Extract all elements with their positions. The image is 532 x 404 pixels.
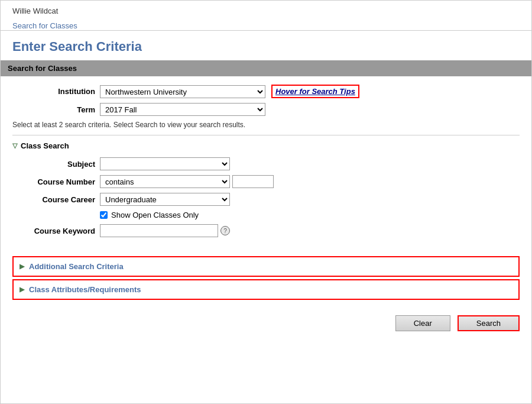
class-search-label: Class Search <box>21 141 69 150</box>
institution-label: Institution <box>12 87 95 96</box>
page-title: Enter Search Criteria <box>12 39 520 54</box>
course-career-select[interactable]: Undergraduate <box>100 193 230 206</box>
helper-text: Select at least 2 search criteria. Selec… <box>12 121 520 129</box>
show-open-checkbox[interactable] <box>100 211 108 219</box>
class-attributes-expand-icon: ▶ <box>20 286 24 293</box>
course-number-input[interactable] <box>232 175 274 188</box>
subject-select[interactable] <box>100 157 230 170</box>
term-label: Term <box>12 105 95 114</box>
search-button[interactable]: Search <box>458 315 520 331</box>
class-search-collapse-icon[interactable]: ▽ <box>12 142 17 150</box>
institution-select[interactable]: Northwestern University <box>100 85 265 98</box>
class-attributes-label: Class Attributes/Requirements <box>29 285 141 294</box>
course-keyword-help-icon[interactable]: ? <box>220 226 230 235</box>
additional-search-label: Additional Search Criteria <box>29 262 124 271</box>
user-name: Willie Wildcat <box>12 7 58 15</box>
course-career-label: Course Career <box>12 195 95 204</box>
section-header-label: Search for Classes <box>8 64 77 73</box>
show-open-label: Show Open Classes Only <box>111 211 199 219</box>
subject-label: Subject <box>12 160 95 169</box>
hover-search-tips-link[interactable]: Hover for Search Tips <box>271 85 359 98</box>
additional-search-criteria-section[interactable]: ▶ Additional Search Criteria <box>12 256 520 277</box>
class-attributes-section[interactable]: ▶ Class Attributes/Requirements <box>12 279 520 300</box>
course-keyword-input[interactable] <box>100 224 218 237</box>
term-select[interactable]: 2017 Fall <box>100 103 265 116</box>
course-number-select[interactable]: contains <box>100 175 230 188</box>
clear-button[interactable]: Clear <box>395 315 450 331</box>
course-number-label: Course Number <box>12 177 95 186</box>
additional-search-expand-icon: ▶ <box>20 263 24 270</box>
breadcrumb-link[interactable]: Search for Classes <box>12 21 77 30</box>
course-keyword-label: Course Keyword <box>12 227 95 235</box>
